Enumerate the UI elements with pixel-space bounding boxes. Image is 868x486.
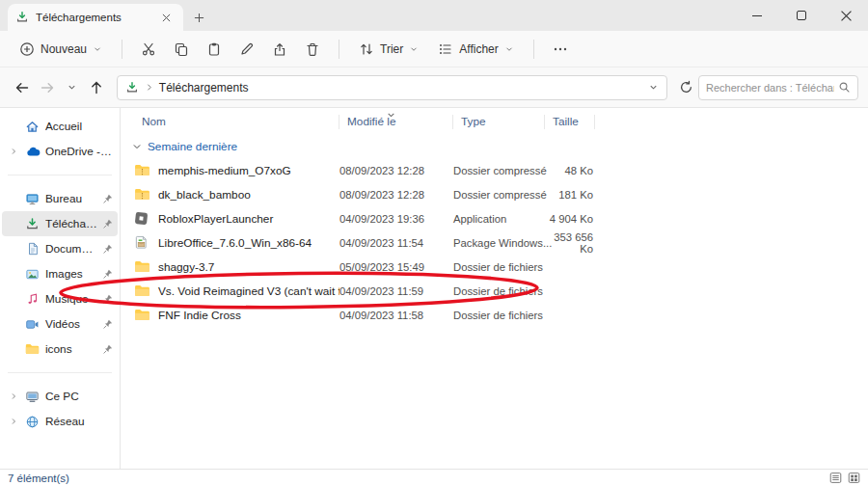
file-size: 181 Ko	[545, 189, 595, 201]
up-button[interactable]	[84, 75, 109, 100]
large-icons-view-icon[interactable]	[848, 472, 860, 484]
file-row-circled[interactable]: Vs. Void Reimagined V3 (can't wait for v…	[121, 279, 868, 303]
file-row[interactable]: shaggy-3.7 05/09/2023 15:49 Dossier de f…	[121, 255, 868, 279]
chevron-down-icon	[132, 142, 142, 151]
search-box	[698, 75, 858, 100]
search-input[interactable]	[706, 82, 834, 94]
file-name: RobloxPlayerLauncher	[158, 212, 273, 226]
close-icon	[162, 14, 171, 22]
sidebar-item-desktop[interactable]: Bureau	[2, 186, 118, 211]
minimize-icon	[752, 15, 762, 16]
column-header-modified[interactable]: Modifié le	[339, 115, 453, 129]
maximize-button[interactable]	[779, 0, 824, 31]
scissors-icon	[141, 41, 156, 57]
title-bar: Téléchargements	[0, 0, 868, 31]
zip-folder-icon	[134, 164, 151, 176]
sort-icon	[359, 41, 374, 57]
sort-indicator-icon	[387, 108, 395, 122]
file-row[interactable]: RobloxPlayerLauncher 04/09/2023 19:36 Ap…	[121, 206, 868, 230]
sort-button-label: Trier	[380, 42, 403, 56]
search-icon	[838, 81, 851, 94]
file-row[interactable]: FNF Indie Cross 04/09/2023 11:58 Dossier…	[121, 303, 868, 327]
paste-button[interactable]	[200, 36, 229, 63]
recent-locations-button[interactable]	[59, 75, 84, 100]
sidebar-item-this-pc[interactable]: Ce PC	[2, 384, 118, 409]
forward-button[interactable]	[35, 75, 60, 100]
chevron-down-icon	[504, 44, 514, 54]
sidebar-item-icons-folder[interactable]: icons	[2, 337, 118, 362]
column-header-name[interactable]: Nom	[134, 115, 339, 129]
sidebar-item-label: OneDrive - Persona	[45, 145, 114, 158]
file-type: Dossier compressé	[453, 165, 545, 176]
pin-icon	[103, 344, 114, 354]
group-header-last-week[interactable]: Semaine dernière	[121, 135, 868, 158]
sidebar-item-downloads[interactable]: Téléchargement	[2, 211, 118, 236]
file-modified: 08/09/2023 12:28	[339, 165, 453, 176]
close-button[interactable]	[824, 0, 868, 31]
downloads-icon	[125, 81, 139, 94]
sort-button[interactable]: Trier	[351, 37, 426, 62]
tab-close-button[interactable]	[156, 8, 176, 27]
new-tab-button[interactable]	[189, 8, 208, 27]
music-icon	[24, 292, 41, 306]
chevron-right-icon[interactable]	[8, 148, 19, 155]
folder-icon	[134, 309, 151, 321]
chevron-down-icon	[67, 82, 77, 93]
address-dropdown-icon[interactable]	[648, 82, 659, 93]
installer-package-icon	[134, 235, 151, 250]
sidebar-item-videos[interactable]: Vidéos	[2, 311, 118, 337]
file-name: FNF Indie Cross	[158, 309, 241, 322]
address-path: Téléchargements	[159, 81, 249, 94]
sidebar-item-onedrive[interactable]: OneDrive - Persona	[2, 139, 118, 164]
pictures-icon	[24, 267, 41, 282]
maximize-icon	[797, 11, 806, 20]
column-header-size[interactable]: Taille	[545, 115, 595, 129]
sidebar-item-music[interactable]: Musique	[2, 286, 118, 311]
new-button[interactable]: Nouveau	[12, 37, 110, 62]
chevron-right-icon[interactable]	[8, 418, 19, 425]
refresh-button[interactable]	[673, 75, 698, 100]
back-button[interactable]	[10, 75, 35, 100]
file-modified: 05/09/2023 15:49	[339, 261, 453, 273]
sidebar-item-pictures[interactable]: Images	[2, 261, 118, 286]
chevron-right-icon[interactable]	[8, 392, 19, 400]
share-button[interactable]	[265, 36, 294, 63]
sidebar-item-label: Vidéos	[45, 317, 80, 331]
paste-icon	[206, 41, 222, 57]
trash-icon	[305, 41, 320, 57]
network-icon	[24, 415, 41, 429]
sidebar-item-label: Accueil	[45, 120, 82, 133]
sidebar-separator	[8, 175, 112, 176]
file-name: shaggy-3.7	[158, 260, 214, 274]
file-row[interactable]: LibreOffice_7.6.0_Win_x86-64 04/09/2023 …	[121, 230, 868, 255]
cut-button[interactable]	[134, 36, 163, 63]
sidebar-separator	[8, 372, 112, 373]
sidebar-item-network[interactable]: Réseau	[2, 409, 118, 434]
file-type: Application	[453, 213, 545, 225]
navigation-bar: Téléchargements	[0, 68, 868, 108]
sidebar-item-home[interactable]: Accueil	[2, 114, 118, 139]
pin-icon	[103, 219, 114, 229]
copy-button[interactable]	[167, 36, 196, 63]
sidebar-item-documents[interactable]: Documents	[2, 236, 118, 261]
file-row[interactable]: dk_black_bamboo 08/09/2023 12:28 Dossier…	[121, 182, 868, 206]
more-options-button[interactable]	[546, 36, 575, 63]
item-count: 7 élément(s)	[8, 472, 69, 484]
file-name: memphis-medium_O7xoG	[158, 164, 291, 177]
pin-icon	[103, 244, 114, 254]
file-row[interactable]: memphis-medium_O7xoG 08/09/2023 12:28 Do…	[121, 158, 868, 182]
address-bar[interactable]: Téléchargements	[117, 75, 668, 100]
application-icon	[134, 211, 151, 226]
downloads-icon	[15, 11, 29, 24]
view-button[interactable]: Afficher	[430, 37, 521, 62]
file-name: LibreOffice_7.6.0_Win_x86-64	[158, 236, 312, 250]
details-view-icon[interactable]	[829, 472, 842, 484]
explorer-tab[interactable]: Téléchargements	[8, 4, 183, 31]
sidebar-item-label: Images	[45, 267, 83, 281]
arrow-left-icon	[14, 80, 30, 95]
file-modified: 04/09/2023 11:59	[339, 285, 453, 297]
column-header-type[interactable]: Type	[453, 115, 545, 129]
minimize-button[interactable]	[735, 0, 779, 31]
delete-button[interactable]	[298, 36, 327, 63]
rename-button[interactable]	[232, 36, 261, 63]
